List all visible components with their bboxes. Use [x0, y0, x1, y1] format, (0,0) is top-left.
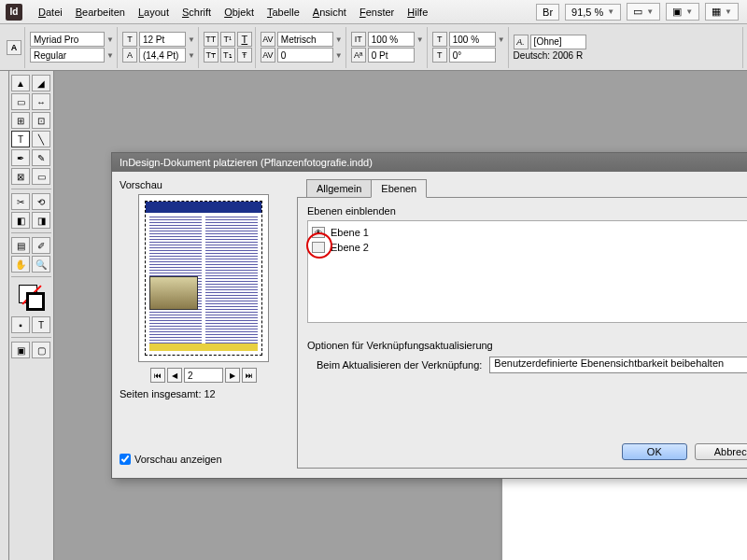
eye-icon[interactable] [312, 242, 325, 253]
kerning-input[interactable] [277, 32, 333, 47]
update-options-label: Optionen für Verknüpfungsaktualisierung [307, 340, 747, 351]
tab-layers[interactable]: Ebenen [371, 179, 427, 198]
scissors-tool[interactable]: ✂ [11, 193, 30, 210]
font-style-input[interactable] [30, 48, 105, 63]
hscale-icon: T [432, 32, 447, 47]
arrange-button[interactable]: ▦▼ [705, 3, 739, 21]
font-size-icon: T [122, 32, 137, 47]
ok-button[interactable]: OK [622, 443, 687, 460]
tracking-icon: AV [261, 48, 275, 63]
prev-page-button[interactable]: ◀ [167, 368, 182, 383]
pages-total-label: Seiten insgesamt: 12 [120, 388, 288, 399]
hand-tool[interactable]: ✋ [11, 256, 30, 273]
gradient-swatch-tool[interactable]: ◧ [11, 212, 30, 229]
font-size-input[interactable] [139, 32, 186, 47]
menu-hilfe[interactable]: Hilfe [401, 3, 434, 21]
menu-layout[interactable]: Layout [132, 3, 176, 21]
layer-list: 👁 Ebene 1 Ebene 2 [307, 220, 747, 323]
note-tool[interactable]: ▤ [11, 237, 30, 254]
bridge-button[interactable]: Br [536, 4, 559, 21]
line-tool[interactable]: ╲ [32, 131, 50, 147]
baseline-input[interactable] [368, 48, 415, 63]
skew-icon: T [432, 48, 447, 63]
zoom-dropdown[interactable]: 91,5 %▼ [565, 4, 621, 21]
fill-stroke-swatch[interactable] [19, 285, 45, 311]
view-mode-button[interactable]: ▭▼ [627, 3, 660, 21]
chevron-down-icon: ▼ [607, 7, 614, 16]
menu-objekt[interactable]: Objekt [218, 3, 261, 21]
last-page-button[interactable]: ⏭ [242, 368, 257, 383]
screen-mode-button[interactable]: ▣▼ [666, 3, 699, 21]
update-visibility-select[interactable]: Benutzerdefinierte Ebenensichtbarkeit be… [489, 357, 747, 373]
menu-tabelle[interactable]: Tabelle [261, 3, 306, 21]
show-preview-label: Vorschau anzeigen [134, 454, 222, 465]
app-icon: Id [6, 4, 22, 21]
left-panel-strip [0, 71, 9, 560]
menu-schrift[interactable]: Schrift [176, 3, 218, 21]
pen-tool[interactable]: ✒ [11, 149, 30, 166]
next-page-button[interactable]: ▶ [225, 368, 240, 383]
preview-label: Vorschau [120, 179, 288, 190]
cancel-button[interactable]: Abbrechen [695, 443, 747, 460]
layer-item[interactable]: 👁 Ebene 1 [312, 225, 747, 240]
direct-selection-tool[interactable]: ◢ [32, 75, 50, 91]
gap-tool[interactable]: ↔ [32, 93, 50, 110]
dialog-title: InDesign-Dokument platzieren (Pflanzenfo… [112, 153, 747, 172]
view-normal-tool[interactable]: ▣ [11, 342, 30, 358]
apply-color-tool[interactable]: ▪ [11, 316, 30, 333]
selection-tool[interactable]: ▲ [11, 75, 30, 91]
character-mode-icon[interactable]: A [7, 40, 21, 55]
menu-bearbeiten[interactable]: Bearbeiten [69, 3, 132, 21]
rect-frame-tool[interactable]: ⊠ [11, 168, 30, 185]
vscale-input[interactable] [368, 32, 415, 47]
zoom-tool[interactable]: 🔍 [32, 256, 50, 273]
rect-tool[interactable]: ▭ [32, 168, 50, 185]
underline-icon[interactable]: T [237, 32, 252, 47]
baseline-icon: Aª [351, 48, 366, 63]
language-label: Deutsch: 2006 R [514, 50, 584, 61]
leading-icon: A [122, 48, 137, 63]
menu-ansicht[interactable]: Ansicht [306, 3, 353, 21]
allcaps-icon[interactable]: TT [204, 32, 218, 47]
leading-input[interactable] [139, 48, 186, 63]
charstyle-input[interactable] [530, 35, 586, 49]
pencil-tool[interactable]: ✎ [32, 149, 50, 166]
layers-group-label: Ebenen einblenden [307, 205, 747, 217]
place-dialog: InDesign-Dokument platzieren (Pflanzenfo… [111, 152, 747, 479]
page-navigator: ⏮ ◀ ▶ ⏭ [120, 368, 288, 383]
page-number-input[interactable] [184, 368, 223, 383]
control-bar: A ▼ ▼ T▼ A▼ TTT¹T TᴛT₁Ŧ AV▼ AV▼ IT▼ Aª T… [0, 24, 747, 71]
gradient-feather-tool[interactable]: ◨ [32, 212, 50, 229]
tab-general[interactable]: Allgemein [306, 179, 372, 198]
smallcaps-icon[interactable]: Tᴛ [204, 48, 218, 63]
subscript-icon[interactable]: T₁ [220, 48, 235, 63]
content-tool[interactable]: ⊞ [11, 112, 30, 129]
show-preview-checkbox[interactable] [120, 454, 131, 465]
menu-fenster[interactable]: Fenster [353, 3, 401, 21]
eyedropper-tool[interactable]: ✐ [32, 237, 50, 254]
layer-name: Ebene 2 [331, 242, 369, 253]
toolbox: ▲◢ ▭↔ ⊞⊡ T╲ ✒✎ ⊠▭ ✂⟲ ◧◨ ▤✐ ✋🔍 ▪T ▣▢ [9, 71, 54, 560]
hscale-input[interactable] [449, 32, 496, 47]
menu-datei[interactable]: Datei [32, 3, 69, 21]
layer-name: Ebene 1 [331, 227, 369, 238]
page-tool[interactable]: ▭ [11, 93, 30, 110]
transform-tool[interactable]: ⟲ [32, 193, 50, 210]
view-preview-tool[interactable]: ▢ [32, 342, 50, 358]
eye-icon[interactable]: 👁 [312, 227, 325, 238]
strikethrough-icon[interactable]: Ŧ [237, 48, 252, 63]
update-row-label: Beim Aktualisieren der Verknüpfung: [317, 359, 482, 371]
type-tool[interactable]: T [11, 131, 30, 147]
first-page-button[interactable]: ⏮ [150, 368, 165, 383]
charstyle-icon: A. [514, 35, 529, 49]
canvas-area: InDesign-Dokument platzieren (Pflanzenfo… [54, 71, 747, 560]
superscript-icon[interactable]: T¹ [220, 32, 235, 47]
menubar: Id Datei Bearbeiten Layout Schrift Objek… [0, 0, 747, 24]
skew-input[interactable] [449, 48, 496, 63]
preview-box [138, 194, 269, 362]
layer-item[interactable]: Ebene 2 [312, 240, 747, 255]
content-tool-2[interactable]: ⊡ [32, 112, 50, 129]
tracking-input[interactable] [277, 48, 333, 63]
font-family-input[interactable] [30, 32, 105, 47]
apply-type-tool[interactable]: T [32, 316, 50, 333]
